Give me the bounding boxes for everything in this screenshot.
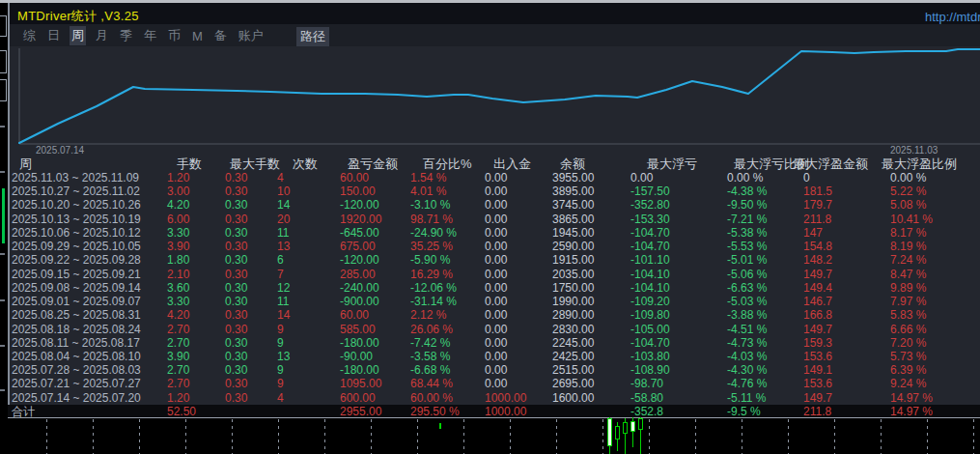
table-row[interactable]: 2025.10.27 ~ 2025.11.023.000.3010150.004…	[8, 184, 980, 198]
cell: 3.90	[167, 350, 189, 363]
app-url-link[interactable]: http://mtdriver.	[925, 10, 980, 24]
cell: 68.44 %	[410, 377, 453, 390]
cell: 0.30	[225, 363, 247, 377]
table-row[interactable]: 2025.09.01 ~ 2025.09.073.300.3011-900.00…	[8, 295, 980, 308]
total-row-cells: 合计52.502955.00295.50 %1000.00-352.8-9.5 …	[8, 405, 980, 418]
path-button[interactable]: 路径	[296, 27, 329, 46]
tab-周[interactable]: 周	[70, 26, 86, 45]
table-row[interactable]: 2025.08.04 ~ 2025.08.103.900.3013-90.00-…	[8, 350, 980, 363]
cell: 3895.00	[552, 184, 594, 198]
table-row[interactable]: 2025.07.28 ~ 2025.08.032.700.309-180.00-…	[8, 363, 980, 377]
cell: 2.70	[167, 377, 189, 390]
table-row[interactable]: 2025.07.21 ~ 2025.07.272.700.3091095.006…	[8, 377, 980, 390]
tab-M[interactable]: M	[190, 28, 205, 44]
cell: 2830.00	[552, 323, 594, 336]
title-bar[interactable]	[10, 3, 980, 24]
grid-dash-line	[927, 419, 928, 454]
cell: 2025.10.13 ~ 2025.10.19	[12, 213, 141, 226]
cell: 148.2	[803, 253, 832, 267]
cell: 3.30	[167, 295, 189, 308]
table-row[interactable]: 2025.08.25 ~ 2025.08.314.200.301460.002.…	[8, 308, 980, 322]
cell: 600.00	[340, 391, 376, 405]
chart-start-date-label: 2025.07.14	[36, 145, 84, 156]
cell: 211.8	[803, 213, 831, 226]
cell: -109.20	[630, 295, 670, 308]
cell: -240.00	[340, 281, 379, 295]
cell: 0.30	[225, 377, 247, 390]
cell: 585.00	[340, 323, 376, 336]
cell: -6.68 %	[410, 363, 450, 377]
tab-账户[interactable]: 账户	[237, 26, 266, 45]
cell: 14	[277, 308, 290, 322]
grid-dash-line	[93, 419, 94, 454]
cell: 2025.08.18 ~ 2025.08.24	[12, 323, 141, 336]
table-row[interactable]: 2025.08.11 ~ 2025.08.172.700.309-180.00-…	[8, 336, 980, 350]
balance-curve-chart	[8, 46, 980, 156]
cell: -104.10	[630, 281, 670, 295]
equity-curve-line	[19, 49, 980, 143]
tab-季[interactable]: 季	[118, 26, 134, 45]
cell: 7.20 %	[890, 336, 926, 350]
table-row[interactable]: 2025.09.29 ~ 2025.10.053.900.3013675.003…	[8, 240, 980, 253]
table-row[interactable]: 2025.09.22 ~ 2025.09.281.800.306-120.00-…	[8, 253, 980, 267]
cell: -900.00	[340, 295, 379, 308]
cell: -104.10	[630, 268, 670, 281]
grid-dash-line	[602, 419, 603, 454]
cell: 12	[277, 281, 290, 295]
axis-tick	[0, 345, 5, 347]
cell: 0.00	[485, 226, 507, 240]
table-row[interactable]: 2025.07.14 ~ 2025.07.201.200.304600.0060…	[8, 391, 980, 405]
cell: 2025.10.20 ~ 2025.10.26	[12, 198, 141, 212]
tab-币[interactable]: 币	[166, 26, 182, 45]
cell: -352.80	[630, 198, 670, 212]
cell: 13	[277, 350, 290, 363]
cell: 60.00 %	[410, 391, 453, 405]
cell: -5.38 %	[727, 226, 767, 240]
cell: -4.03 %	[727, 350, 767, 363]
cell: 5.83 %	[890, 308, 926, 322]
cell: -109.80	[630, 308, 670, 322]
cell: 2025.07.14 ~ 2025.07.20	[12, 391, 141, 405]
cell: -120.00	[340, 198, 379, 212]
grid-dash-line	[278, 419, 279, 454]
cell: 295.50 %	[410, 405, 460, 418]
table-row[interactable]: 2025.09.08 ~ 2025.09.143.600.3012-240.00…	[8, 281, 980, 295]
table-row[interactable]: 2025.08.18 ~ 2025.08.242.700.309585.0026…	[8, 323, 980, 336]
cell: 0.30	[225, 281, 247, 295]
grid-dash-line	[417, 419, 418, 454]
cell: -352.8	[630, 405, 663, 418]
cell: -7.42 %	[410, 336, 450, 350]
cell: 16.29 %	[410, 268, 453, 281]
candle-body	[630, 421, 635, 432]
cell: 153.6	[803, 350, 832, 363]
tab-年[interactable]: 年	[142, 26, 158, 45]
cell: 6.00	[167, 213, 189, 226]
cell: 0	[803, 171, 810, 184]
cell: 2025.10.27 ~ 2025.11.02	[12, 184, 140, 198]
tab-综[interactable]: 综	[21, 26, 38, 45]
cell: 4	[277, 391, 284, 405]
tab-备[interactable]: 备	[212, 26, 229, 45]
table-row[interactable]: 2025.10.20 ~ 2025.10.264.200.3014-120.00…	[8, 198, 980, 212]
app-title: MTDriver统计 ,V3.25	[17, 8, 139, 25]
cell: 1.20	[167, 391, 189, 405]
cell: 0.30	[225, 253, 247, 267]
cell: 2.70	[167, 336, 189, 350]
cell: 149.1	[803, 363, 832, 377]
cell: -7.21 %	[727, 213, 767, 226]
table-row[interactable]: 2025.11.03 ~ 2025.11.091.200.30460.001.5…	[8, 171, 980, 184]
table-row[interactable]: 2025.10.06 ~ 2025.10.123.300.3011-645.00…	[8, 226, 980, 240]
cell: 52.50	[167, 405, 196, 418]
cell: -5.03 %	[727, 295, 767, 308]
cell: 153.6	[803, 377, 832, 390]
tab-日[interactable]: 日	[45, 26, 62, 45]
cell: 2515.00	[552, 363, 594, 377]
cell: -9.50 %	[727, 198, 767, 212]
table-row[interactable]: 2025.09.15 ~ 2025.09.212.100.307285.0016…	[8, 268, 980, 281]
tab-月[interactable]: 月	[94, 26, 110, 45]
cell: 13	[277, 240, 290, 253]
table-row[interactable]: 2025.10.13 ~ 2025.10.196.000.30201920.00…	[8, 213, 980, 226]
cell: 6	[277, 253, 284, 267]
cell: 1750.00	[552, 281, 594, 295]
cell: 5.08 %	[890, 198, 926, 212]
